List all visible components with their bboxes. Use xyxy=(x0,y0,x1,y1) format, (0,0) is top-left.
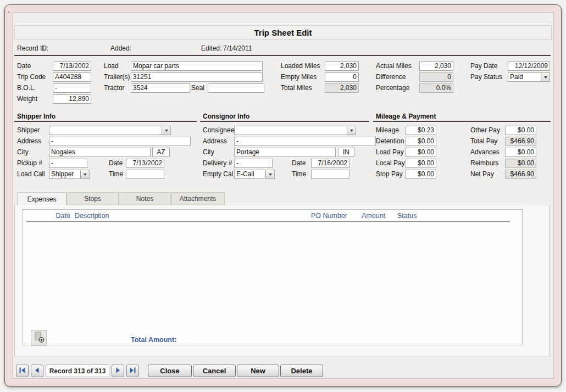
chevron-down-icon[interactable] xyxy=(80,170,89,178)
net-pay-field: $466.90 xyxy=(505,170,536,179)
trailers-field[interactable]: 31251 xyxy=(131,72,263,82)
previous-record-icon xyxy=(34,366,41,376)
mileage-field[interactable]: $0.23 xyxy=(406,126,436,135)
chevron-down-icon[interactable] xyxy=(541,73,550,81)
shipper-date-label: Date xyxy=(109,159,123,168)
consignor-city-field[interactable]: Portage xyxy=(234,148,336,157)
chevron-down-icon[interactable] xyxy=(265,170,274,178)
shipper-label: Shipper xyxy=(17,126,40,135)
previous-record-button[interactable] xyxy=(31,365,43,377)
cancel-button[interactable]: Cancel xyxy=(193,365,236,377)
consignor-date-field[interactable]: 7/16/2002 xyxy=(311,159,349,168)
delete-button[interactable]: Delete xyxy=(280,365,323,377)
consignor-section-divider xyxy=(200,121,369,122)
date-field[interactable]: 7/13/2002 xyxy=(53,61,91,71)
tab-notes[interactable]: Notes xyxy=(119,192,171,205)
title-bar: Trip Sheet Edit xyxy=(14,25,552,40)
stop-pay-field[interactable]: $0.00 xyxy=(406,170,436,179)
load-pay-label: Load Pay xyxy=(376,148,404,157)
loaded-miles-field[interactable]: 2,030 xyxy=(325,61,359,71)
total-miles-field: 2,030 xyxy=(325,83,359,93)
record-position-indicator: Record 313 of 313 xyxy=(46,365,109,377)
tab-attachments[interactable]: Attachments xyxy=(171,192,225,205)
consignee-dropdown[interactable] xyxy=(234,126,356,135)
pay-date-field[interactable]: 12/12/2009 xyxy=(508,61,550,71)
trip-code-field[interactable]: A404288 xyxy=(53,72,91,82)
consignor-address-label: Address xyxy=(203,137,227,146)
date-label: Date xyxy=(17,61,31,71)
table-header-underline xyxy=(26,221,510,222)
first-record-button[interactable] xyxy=(16,365,29,377)
weight-field[interactable]: 12,890 xyxy=(53,94,91,104)
trip-sheet-window: . Trip Sheet Edit Record ID: 1 Added: Ed… xyxy=(4,4,562,387)
chevron-down-icon[interactable] xyxy=(347,126,356,135)
local-pay-field[interactable]: $0.00 xyxy=(406,159,436,168)
bol-field[interactable]: - xyxy=(53,83,91,93)
consignor-state-field[interactable]: IN xyxy=(338,148,354,157)
edited-label: Edited: xyxy=(201,44,221,53)
next-record-icon xyxy=(114,366,121,376)
shipper-address-field[interactable]: - xyxy=(49,137,191,146)
new-button-label: New xyxy=(251,367,265,375)
last-record-icon xyxy=(129,366,136,376)
other-pay-field[interactable]: $0.00 xyxy=(505,126,536,135)
actual-miles-label: Actual Miles xyxy=(376,61,412,71)
column-header-amount[interactable]: Amount xyxy=(362,211,385,220)
shipper-date-field[interactable]: 7/13/2002 xyxy=(126,159,164,168)
tractor-field[interactable]: 3524 xyxy=(131,83,190,93)
empty-miles-field[interactable]: 0 xyxy=(325,72,359,82)
consignor-city-label: City xyxy=(203,148,214,157)
delivery-number-field[interactable]: - xyxy=(234,159,273,168)
shipper-section-title: Shipper Info xyxy=(17,113,56,121)
detention-field[interactable]: $0.00 xyxy=(406,137,436,146)
page-title: Trip Sheet Edit xyxy=(254,28,312,37)
chevron-down-icon[interactable] xyxy=(162,126,170,135)
tab-expenses-label: Expenses xyxy=(27,195,57,203)
consignor-address-field[interactable]: - xyxy=(234,137,376,146)
first-record-icon xyxy=(19,366,26,376)
record-position-text: Record 313 of 313 xyxy=(49,367,106,375)
tab-stops[interactable]: Stops xyxy=(66,192,119,205)
load-field[interactable]: Mopar car parts xyxy=(131,61,263,71)
shipper-city-field[interactable]: Nogales xyxy=(49,148,151,157)
pay-status-label: Pay Status xyxy=(470,72,502,82)
consignor-date-label: Date xyxy=(292,159,306,168)
column-header-date[interactable]: Date xyxy=(46,211,70,220)
trip-code-label: Trip Code xyxy=(17,72,46,82)
column-header-status[interactable]: Status xyxy=(397,211,417,220)
form-panel: Trip Sheet Edit Record ID: 1 Added: Edit… xyxy=(12,12,554,379)
bol-label: B.O.L. xyxy=(17,83,36,93)
add-expense-button[interactable] xyxy=(31,330,47,346)
payment-section-divider xyxy=(373,121,551,122)
cancel-button-label: Cancel xyxy=(203,367,226,375)
consignor-time-field[interactable] xyxy=(311,170,349,179)
shipper-address-label: Address xyxy=(17,137,41,146)
expenses-table xyxy=(23,209,523,345)
tab-expenses[interactable]: Expenses xyxy=(17,192,66,205)
consignor-section-title: Consignor Info xyxy=(203,113,249,121)
column-header-po-number[interactable]: PO Number xyxy=(311,211,347,220)
pickup-number-field[interactable]: - xyxy=(49,159,87,168)
pay-status-dropdown[interactable]: Paid xyxy=(508,72,550,82)
load-pay-field[interactable]: $0.00 xyxy=(406,148,436,157)
last-record-button[interactable] xyxy=(126,365,139,377)
actual-miles-field[interactable]: 2,030 xyxy=(419,61,453,71)
shipper-time-label: Time xyxy=(109,170,123,179)
column-header-description[interactable]: Description xyxy=(75,211,109,220)
load-call-dropdown[interactable]: Shipper xyxy=(49,170,90,179)
net-pay-label: Net Pay xyxy=(470,170,494,179)
shipper-dropdown[interactable] xyxy=(49,126,171,135)
payment-section-title: Mileage & Payment xyxy=(376,113,436,121)
next-record-button[interactable] xyxy=(112,365,124,377)
empty-call-dropdown[interactable]: E-Call xyxy=(234,170,275,179)
advances-field[interactable]: $0.00 xyxy=(505,148,536,157)
shipper-state-field[interactable]: AZ xyxy=(152,148,170,157)
difference-label: Difference xyxy=(376,72,406,82)
shipper-time-field[interactable] xyxy=(126,170,164,179)
top-divider xyxy=(14,55,551,56)
seal-field[interactable] xyxy=(208,83,264,93)
close-button[interactable]: Close xyxy=(148,365,192,377)
delete-button-label: Delete xyxy=(291,367,312,375)
new-button[interactable]: New xyxy=(237,365,279,377)
consignee-label: Consignee xyxy=(203,126,234,135)
